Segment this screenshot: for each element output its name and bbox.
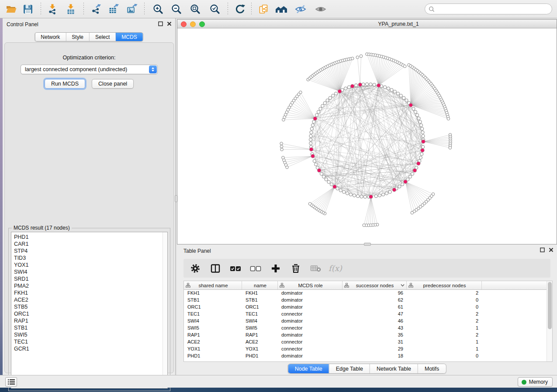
graph-node[interactable]: [362, 83, 365, 86]
table-row[interactable]: RAP1RAP1dominator352: [184, 332, 552, 339]
graph-node[interactable]: [329, 96, 332, 100]
maximize-window-button[interactable]: [199, 21, 205, 27]
graph-node[interactable]: [325, 178, 328, 181]
graph-node[interactable]: [373, 83, 376, 86]
graph-mcds-node[interactable]: [358, 83, 362, 87]
close-window-button[interactable]: [181, 21, 187, 27]
delete-table-button[interactable]: [310, 263, 322, 274]
horizontal-splitter-handle[interactable]: [364, 243, 371, 246]
column-header-name[interactable]: name: [242, 281, 278, 289]
zoom-in-button[interactable]: [152, 3, 164, 15]
graph-node[interactable]: [360, 195, 363, 198]
graph-node[interactable]: [419, 156, 422, 159]
graph-node[interactable]: [402, 96, 405, 100]
save-session-button[interactable]: [22, 3, 34, 15]
graph-node[interactable]: [369, 83, 372, 86]
status-list-button[interactable]: [5, 377, 17, 387]
graph-mcds-node[interactable]: [392, 188, 396, 192]
graph-node[interactable]: [309, 134, 312, 138]
table-scrollbar[interactable]: [547, 281, 552, 361]
graph-leaf-node[interactable]: [280, 148, 284, 151]
table-row[interactable]: SWI5SWI5connector431: [184, 325, 552, 332]
graph-node[interactable]: [382, 193, 385, 196]
table-row[interactable]: ORC1ORC1dominator610: [184, 304, 552, 311]
graph-leaf-node[interactable]: [308, 203, 311, 206]
graph-node[interactable]: [344, 87, 347, 90]
mcds-result-item[interactable]: STB1: [14, 324, 167, 331]
graph-node[interactable]: [315, 113, 318, 117]
graph-node[interactable]: [346, 192, 349, 195]
graph-node[interactable]: [319, 107, 322, 110]
graph-node[interactable]: [374, 195, 377, 198]
graph-node[interactable]: [322, 175, 325, 178]
graph-node[interactable]: [321, 104, 324, 107]
mcds-result-item[interactable]: STB5: [14, 303, 167, 310]
graph-mcds-node[interactable]: [333, 185, 337, 189]
graph-node[interactable]: [384, 86, 387, 89]
hide-selected-button[interactable]: [294, 3, 307, 15]
tab-style[interactable]: Style: [66, 33, 89, 41]
graph-node[interactable]: [420, 124, 423, 127]
graph-node[interactable]: [310, 131, 313, 134]
graph-node[interactable]: [349, 193, 352, 196]
deselect-all-rows-button[interactable]: [250, 263, 261, 274]
graph-leaf-node[interactable]: [282, 156, 285, 159]
graph-node[interactable]: [422, 145, 425, 148]
graph-node[interactable]: [387, 87, 390, 90]
export-image-button[interactable]: [126, 3, 138, 15]
show-all-button[interactable]: [315, 3, 327, 15]
mcds-result-item[interactable]: ORC1: [14, 310, 167, 317]
graph-node[interactable]: [363, 195, 367, 198]
graph-node[interactable]: [310, 127, 313, 130]
column-header-shared-name[interactable]: shared name: [184, 281, 242, 289]
function-builder-button[interactable]: f(x): [329, 264, 342, 273]
table-row[interactable]: SWI4SWI4dominator462: [184, 318, 552, 325]
graph-node[interactable]: [326, 99, 329, 102]
tab-edge-table[interactable]: Edge Table: [329, 364, 370, 373]
criterion-dropdown[interactable]: largest connected component (undirected): [21, 65, 158, 74]
network-window-titlebar[interactable]: YPA_prune.txt_1: [177, 20, 557, 28]
graph-node[interactable]: [422, 134, 425, 138]
graph-node[interactable]: [414, 110, 417, 113]
graph-node[interactable]: [401, 183, 404, 186]
zoom-selected-button[interactable]: [209, 3, 221, 15]
table-row[interactable]: YOX1YOX1connector291: [184, 346, 552, 353]
graph-mcds-node[interactable]: [369, 195, 373, 199]
graph-node[interactable]: [317, 110, 320, 113]
graph-node[interactable]: [420, 152, 423, 155]
table-row[interactable]: STB1STB1dominator620: [184, 297, 552, 304]
graph-node[interactable]: [347, 86, 350, 89]
vertical-splitter-handle[interactable]: [175, 195, 178, 202]
mcds-result-item[interactable]: PHD1: [14, 234, 167, 241]
graph-leaf-node[interactable]: [363, 224, 366, 227]
mcds-result-item[interactable]: STP4: [14, 248, 167, 254]
export-table-button[interactable]: [107, 3, 120, 15]
graph-node[interactable]: [353, 194, 356, 197]
graph-node[interactable]: [309, 142, 312, 145]
graph-node[interactable]: [388, 190, 391, 193]
graph-node[interactable]: [421, 127, 424, 130]
graph-leaf-node[interactable]: [403, 65, 406, 68]
graph-mcds-node[interactable]: [413, 168, 417, 172]
graph-node[interactable]: [408, 175, 412, 178]
graph-mcds-node[interactable]: [421, 148, 425, 152]
graph-mcds-node[interactable]: [338, 89, 342, 93]
table-row[interactable]: ACE2ACE2connector311: [184, 339, 552, 346]
select-all-rows-button[interactable]: [230, 263, 241, 274]
graph-node[interactable]: [385, 192, 388, 195]
tab-node-table[interactable]: Node Table: [288, 364, 329, 373]
graph-node[interactable]: [309, 138, 312, 141]
tab-network[interactable]: Network: [35, 33, 66, 41]
graph-node[interactable]: [313, 159, 316, 162]
graph-node[interactable]: [421, 131, 424, 134]
refresh-layout-button[interactable]: [234, 3, 246, 15]
zoom-out-button[interactable]: [170, 3, 183, 15]
graph-leaf-node[interactable]: [360, 55, 363, 58]
graph-node[interactable]: [399, 94, 402, 97]
memory-button[interactable]: Memory: [518, 377, 553, 387]
graph-node[interactable]: [398, 185, 401, 188]
graph-mcds-node[interactable]: [417, 162, 421, 165]
column-header-successor-nodes[interactable]: successor nodes: [343, 281, 407, 289]
graph-node[interactable]: [405, 99, 408, 102]
float-panel-icon[interactable]: [158, 21, 163, 26]
